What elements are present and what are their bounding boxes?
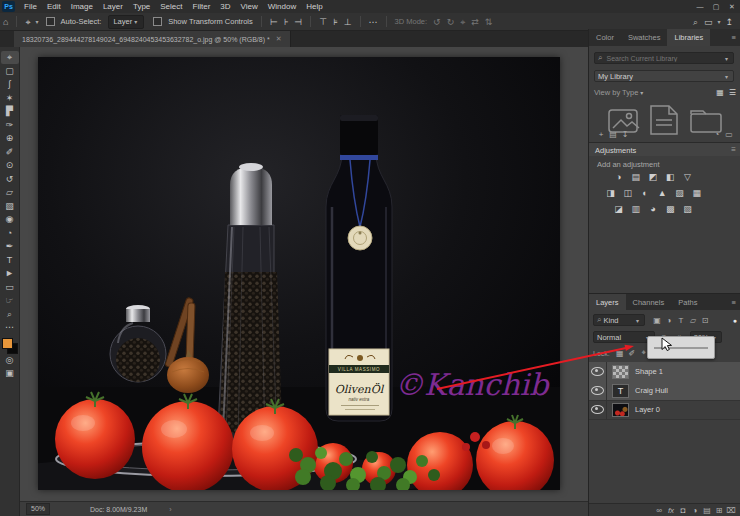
quick-mask-button[interactable]: ◎ [1, 354, 19, 367]
align-center-horizontal-icon[interactable]: ⊦ [284, 14, 289, 30]
crop-tool[interactable]: ▛ [1, 105, 19, 118]
layer-thumbnail[interactable] [612, 365, 629, 379]
panel-menu-icon[interactable]: ≡ [727, 29, 740, 46]
search-icon[interactable]: ⌕ [693, 14, 698, 30]
blur-tool[interactable]: ◉ [1, 213, 19, 226]
hue-saturation-icon[interactable]: ◨ [605, 188, 617, 198]
sync-status-icon[interactable]: ◔ [711, 130, 723, 139]
photo-canvas[interactable]: VILLA MASSIMO OlivenÖl nativ extra [38, 57, 560, 490]
tab-color[interactable]: Color [589, 29, 621, 46]
library-search-input[interactable] [604, 54, 723, 63]
marquee-tool[interactable]: ▢ [1, 65, 19, 78]
gradient-tool[interactable]: ▧ [1, 200, 19, 213]
color-balance-icon[interactable]: ◫ [622, 188, 634, 198]
threshold-icon[interactable]: ◕ [647, 204, 659, 214]
delete-layer-icon[interactable]: ⌧ [725, 506, 737, 515]
path-selection-tool[interactable]: ► [1, 267, 19, 280]
new-group-icon[interactable]: ▤ [607, 130, 619, 139]
new-group-icon[interactable]: ▤ [701, 506, 713, 515]
lasso-tool[interactable]: ʃ [1, 78, 19, 91]
filter-smart-objects-icon[interactable]: ⊡ [699, 316, 711, 325]
panel-menu-icon[interactable]: ≡ [726, 143, 740, 157]
library-options-icon[interactable]: ▭ [723, 130, 735, 139]
maximize-button[interactable]: ▢ [708, 0, 724, 13]
filter-adjustment-layers-icon[interactable]: ◑ [663, 316, 675, 325]
eyedropper-tool[interactable]: ✑ [1, 119, 19, 132]
chevron-down-icon[interactable]: ▾ [717, 18, 720, 25]
filter-shape-layers-icon[interactable]: ▱ [687, 316, 699, 325]
color-swatches[interactable] [2, 338, 18, 354]
opacity-slider-popup[interactable] [647, 336, 715, 359]
quick-selection-tool[interactable]: ✶ [1, 92, 19, 105]
color-lookup-icon[interactable]: ▦ [691, 188, 703, 198]
3d-slide-icon[interactable]: ⇄ [471, 14, 479, 30]
align-top-icon[interactable]: ⊤ [319, 14, 327, 30]
curves-icon[interactable]: ◩ [647, 172, 659, 182]
add-content-icon[interactable]: + [595, 130, 607, 139]
menu-edit[interactable]: Edit [42, 2, 66, 11]
invert-icon[interactable]: ◪ [613, 204, 625, 214]
zoom-level-field[interactable]: 50% [26, 503, 50, 515]
brightness-contrast-icon[interactable]: ◑ [613, 172, 625, 182]
photo-filter-icon[interactable]: ▲ [656, 188, 668, 198]
layer-row-background[interactable]: Layer 0 [589, 400, 740, 420]
new-layer-icon[interactable]: ⊞ [713, 506, 725, 515]
upload-icon[interactable]: ↧ [619, 130, 631, 139]
home-icon[interactable]: ⌂ [3, 14, 8, 30]
menu-layer[interactable]: Layer [98, 2, 128, 11]
tab-paths[interactable]: Paths [671, 294, 704, 311]
chevron-down-icon[interactable]: ▾ [36, 18, 39, 25]
tab-swatches[interactable]: Swatches [621, 29, 668, 46]
move-tool[interactable]: ⌖ [1, 51, 19, 64]
canvas-area[interactable]: VILLA MASSIMO OlivenÖl nativ extra [20, 47, 588, 516]
new-adjustment-layer-icon[interactable]: ◑ [689, 506, 701, 515]
layer-name[interactable]: Craig Hull [635, 386, 668, 395]
link-layers-icon[interactable]: ∞ [653, 506, 665, 515]
gradient-map-icon[interactable]: ▧ [681, 204, 693, 214]
tab-close-icon[interactable]: ✕ [276, 35, 282, 43]
show-transform-checkbox[interactable] [153, 17, 162, 26]
document-tab[interactable]: 18320736_289444278149024_694824045345363… [14, 31, 291, 47]
clone-stamp-tool[interactable]: ⊙ [1, 159, 19, 172]
filter-pixel-layers-icon[interactable]: ▣ [651, 316, 663, 325]
share-icon[interactable]: ↥ [725, 14, 733, 30]
layer-row-shape-1[interactable]: Shape 1 [589, 362, 740, 382]
minimize-button[interactable]: — [692, 0, 708, 13]
workspace-icon[interactable]: ▭ [704, 14, 713, 30]
list-view-icon[interactable]: ☰ [729, 88, 736, 97]
menu-3d[interactable]: 3D [215, 2, 235, 11]
rectangle-tool[interactable]: ▭ [1, 281, 19, 294]
posterize-icon[interactable]: ▥ [630, 204, 642, 214]
visibility-toggle[interactable] [589, 400, 607, 419]
type-tool[interactable]: T [1, 254, 19, 267]
auto-select-checkbox[interactable] [46, 17, 55, 26]
align-bottom-icon[interactable]: ⊥ [344, 14, 352, 30]
library-select[interactable]: My Library ▾ [594, 70, 734, 82]
zoom-tool[interactable]: ⌕ [1, 308, 19, 321]
tab-layers[interactable]: Layers [589, 294, 626, 311]
layer-name[interactable]: Layer 0 [635, 405, 660, 414]
3d-scale-icon[interactable]: ⇅ [485, 14, 493, 30]
tab-libraries[interactable]: Libraries [667, 29, 710, 46]
foreground-color-swatch[interactable] [2, 338, 13, 349]
library-search-box[interactable]: ⌕ ▾ [594, 52, 734, 64]
lock-image-pixels-icon[interactable]: ✐ [626, 349, 638, 358]
channel-mixer-icon[interactable]: ▨ [673, 188, 685, 198]
edit-toolbar-icon[interactable]: ⋯ [1, 321, 19, 334]
close-button[interactable]: ✕ [724, 0, 740, 13]
levels-icon[interactable]: ▤ [630, 172, 642, 182]
layer-thumbnail-type[interactable]: T [612, 384, 629, 398]
filter-type-layers-icon[interactable]: T [675, 316, 687, 325]
screen-mode-button[interactable]: ▣ [1, 367, 19, 380]
lock-transparent-pixels-icon[interactable]: ▦ [614, 349, 626, 358]
menu-view[interactable]: View [236, 2, 263, 11]
align-center-vertical-icon[interactable]: ⊧ [333, 14, 338, 30]
3d-pan-icon[interactable]: ⌖ [460, 14, 465, 30]
pen-tool[interactable]: ✒ [1, 240, 19, 253]
menu-filter[interactable]: Filter [188, 2, 216, 11]
3d-roll-icon[interactable]: ↻ [447, 14, 455, 30]
layer-name[interactable]: Shape 1 [635, 367, 663, 376]
view-by-label[interactable]: View by Type [594, 88, 638, 97]
visibility-toggle[interactable] [589, 381, 607, 400]
healing-brush-tool[interactable]: ⊕ [1, 132, 19, 145]
